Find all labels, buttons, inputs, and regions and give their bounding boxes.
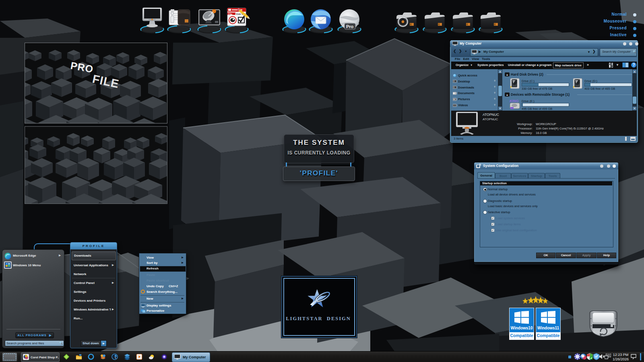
svg-text:Pro: Pro bbox=[346, 24, 354, 29]
svg-text:File: File bbox=[228, 13, 233, 15]
svg-text:KING: KING bbox=[510, 99, 519, 103]
